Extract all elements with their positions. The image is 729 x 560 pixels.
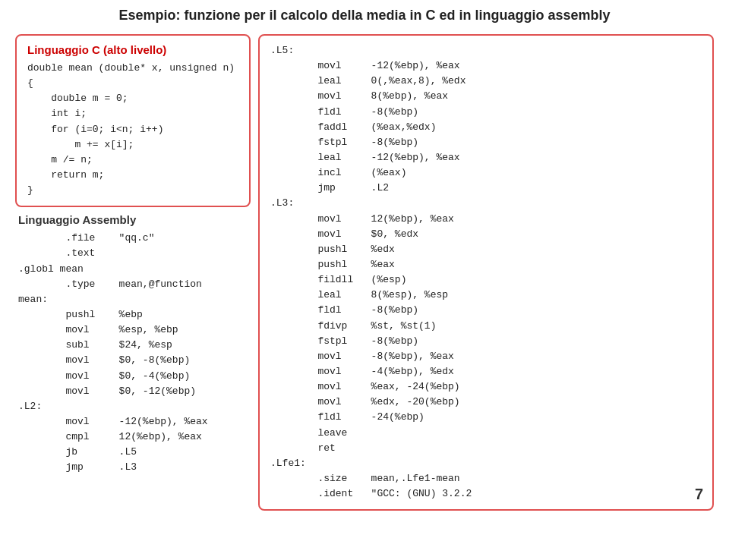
asm-code-right: .L5: movl -12(%ebp), %eax leal 0(,%eax,8… bbox=[270, 43, 702, 502]
page-title: Esempio: funzione per il calcolo della m… bbox=[15, 8, 714, 24]
asm-section-title: Linguaggio Assembly bbox=[18, 213, 248, 226]
left-panel: Linguaggio C (alto livello) double mean … bbox=[15, 34, 251, 476]
c-code-box: Linguaggio C (alto livello) double mean … bbox=[15, 34, 251, 207]
c-code: double mean (double* x, unsigned n) { do… bbox=[27, 61, 238, 198]
asm-code-left: .file "qq.c" .text .globl mean .type mea… bbox=[18, 231, 248, 475]
right-panel: .L5: movl -12(%ebp), %eax leal 0(,%eax,8… bbox=[258, 34, 714, 511]
asm-section: Linguaggio Assembly .file "qq.c" .text .… bbox=[15, 213, 251, 475]
page-number: 7 bbox=[695, 486, 703, 503]
c-section-title: Linguaggio C (alto livello) bbox=[27, 43, 238, 56]
main-layout: Linguaggio C (alto livello) double mean … bbox=[15, 34, 714, 511]
